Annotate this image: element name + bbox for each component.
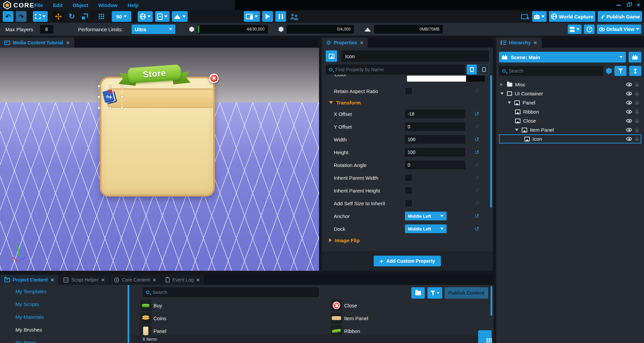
content-item-close[interactable]: Close (331, 300, 357, 311)
content-filter-dropdown[interactable] (427, 287, 442, 299)
expander-icon[interactable] (515, 129, 519, 131)
close-tab-icon[interactable]: ✕ (152, 277, 156, 283)
grid-size-dropdown[interactable]: 50 (112, 11, 131, 22)
tree-row-icon-selected[interactable]: Icon (499, 134, 641, 143)
reset-icon[interactable]: ↺ (474, 213, 479, 219)
tree-row-ui-container[interactable]: UI Container (499, 89, 641, 98)
publish-content-button[interactable]: Publish Content (445, 287, 488, 299)
paste-properties-button[interactable] (479, 65, 489, 75)
dock-dropdown[interactable]: Middle Left (405, 224, 447, 233)
store-item-panel[interactable] (107, 88, 214, 108)
y-offset-input[interactable] (405, 122, 465, 131)
world-capture-button[interactable]: World Capture (549, 11, 595, 22)
width-input[interactable] (405, 135, 465, 144)
sidebar-scrollbar[interactable] (128, 285, 129, 343)
properties-scrollbar[interactable] (490, 75, 492, 208)
reset-icon[interactable]: ↺ (474, 175, 479, 181)
server-settings-dropdown[interactable] (568, 25, 582, 34)
hierarchy-filter-button[interactable] (614, 66, 627, 76)
inherit-parent-height-checkbox[interactable] (405, 187, 412, 194)
tree-row-close[interactable]: Close (499, 116, 641, 125)
menu-file[interactable]: File (34, 2, 43, 8)
handle[interactable] (98, 85, 100, 87)
content-item-item-panel[interactable]: Item Panel (331, 312, 368, 324)
reset-icon[interactable]: ↺ (474, 226, 479, 232)
screen-capture-button[interactable] (519, 11, 530, 22)
expander-icon[interactable] (500, 83, 504, 86)
visibility-toggle[interactable] (626, 110, 632, 114)
publish-game-button[interactable]: Publish Game (598, 11, 642, 22)
sidebar-item-my-scripts[interactable]: My Scripts (0, 298, 128, 310)
menu-object[interactable]: Object (73, 2, 88, 8)
pause-button[interactable] (275, 11, 286, 22)
tab-event-log[interactable]: Event Log ✕ (161, 275, 204, 285)
menu-edit[interactable]: Edit (53, 2, 62, 8)
close-tab-icon[interactable]: ✕ (534, 40, 537, 45)
expander-icon[interactable] (508, 101, 512, 104)
rotate-tool-button[interactable]: ↻ (66, 11, 77, 22)
properties-scroll-area[interactable]: Color Retain Aspect Ratio ↺ Transform X … (322, 75, 493, 251)
inherit-parent-width-checkbox[interactable] (405, 174, 412, 181)
sidebar-item-my-materials[interactable]: My Materials (0, 310, 128, 323)
new-folder-button[interactable] (411, 287, 425, 299)
terrain-dropdown[interactable] (172, 11, 188, 22)
tab-core-content[interactable]: Core Content ✕ (110, 275, 160, 285)
hierarchy-export-button[interactable]: ↥ (629, 66, 641, 76)
play-button[interactable] (262, 11, 273, 22)
reset-icon[interactable]: ↺ (474, 124, 479, 130)
rotation-angle-input[interactable] (405, 161, 465, 169)
reset-icon[interactable]: ↺ (474, 187, 479, 194)
retain-aspect-checkbox[interactable] (405, 87, 412, 95)
environment-dropdown[interactable] (138, 11, 153, 22)
minimize-icon[interactable] (616, 5, 621, 6)
reset-icon[interactable]: ↺ (474, 111, 479, 117)
lock-toggle[interactable] (635, 102, 639, 105)
ai-assistant-dropdown[interactable] (532, 11, 547, 22)
hierarchy-search[interactable] (499, 66, 603, 76)
lock-toggle[interactable] (635, 111, 639, 114)
object-filter-icon[interactable] (606, 68, 612, 74)
script-dropdown[interactable]: <> (155, 11, 170, 22)
tab-media-content-tutorial[interactable]: Media Content Tutorial ✕ (0, 38, 74, 48)
close-tab-icon[interactable]: ✕ (196, 277, 200, 283)
sidebar-item-my-brushes[interactable]: My Brushes (0, 323, 128, 336)
menu-help[interactable]: Help (128, 2, 139, 8)
preview-mode-dropdown[interactable] (244, 11, 260, 22)
tab-script-helper[interactable]: <> Script Helper ✕ (59, 275, 109, 285)
redo-button[interactable]: ↷ (16, 11, 27, 22)
height-input[interactable] (405, 148, 465, 157)
close-tab-icon[interactable]: ✕ (360, 40, 364, 45)
visibility-toggle[interactable] (626, 83, 632, 86)
close-tab-icon[interactable]: ✕ (101, 277, 105, 283)
content-search[interactable] (143, 287, 319, 297)
viewport-3d-scene[interactable]: Store (0, 48, 319, 271)
sidebar-item-my-templates[interactable]: My Templates (0, 285, 128, 298)
handle[interactable] (121, 96, 123, 98)
expander-icon[interactable] (500, 92, 504, 95)
handle[interactable] (109, 107, 111, 109)
tab-project-content[interactable]: Project Content ✕ (0, 275, 58, 285)
reset-icon[interactable]: ↺ (474, 136, 479, 143)
default-view-dropdown[interactable]: Default View (597, 25, 641, 34)
tab-properties[interactable]: ⚙ Properties ✕ (322, 38, 368, 48)
visibility-toggle[interactable] (626, 101, 632, 104)
lock-toggle[interactable] (635, 84, 639, 87)
content-search-input[interactable] (152, 290, 316, 295)
handle[interactable] (98, 107, 100, 109)
menu-window[interactable]: Window (98, 2, 118, 8)
reset-icon[interactable]: ↺ (474, 200, 479, 207)
grid-view-button[interactable] (478, 330, 492, 343)
content-item-buy[interactable]: Buy (140, 300, 162, 311)
sidebar-item-my-items[interactable]: My Items (0, 336, 128, 343)
handle[interactable] (121, 107, 123, 109)
object-type-button[interactable] (326, 50, 337, 62)
lock-toggle[interactable] (635, 93, 639, 96)
object-name-input[interactable] (341, 50, 489, 62)
visibility-toggle[interactable] (626, 128, 632, 132)
visibility-toggle[interactable] (626, 119, 632, 123)
content-item-panel[interactable]: Panel (140, 325, 166, 337)
reset-icon[interactable]: ↺ (474, 162, 479, 168)
store-close-button[interactable] (209, 74, 219, 83)
anchor-dropdown[interactable]: Middle Left (405, 212, 447, 220)
performance-limits-dropdown[interactable]: Ultra (132, 25, 175, 34)
